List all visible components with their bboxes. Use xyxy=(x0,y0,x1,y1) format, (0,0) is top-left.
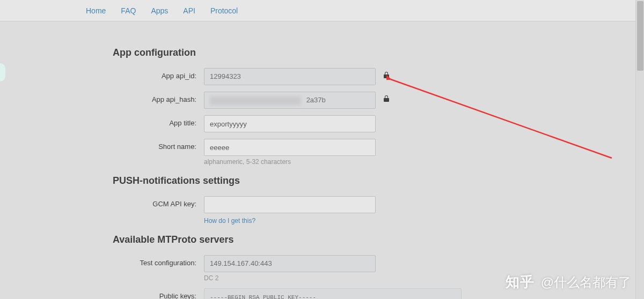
hint-short-name: alphanumeric, 5-32 characters xyxy=(204,158,376,166)
section-heading-mtproto: Available MTProto servers xyxy=(113,234,531,245)
watermark-text: @什么名都有了 xyxy=(541,274,631,291)
value-api-id: 12994323 xyxy=(204,68,376,85)
input-gcm-key[interactable] xyxy=(204,196,376,213)
navbar: Home FAQ Apps API Protocol xyxy=(0,0,644,21)
label-app-title: App title: xyxy=(113,115,204,127)
link-how-do-i-get-this[interactable]: How do I get this? xyxy=(204,217,255,225)
zhihu-logo: 知乎 xyxy=(506,273,535,291)
api-hash-suffix: 2a37b xyxy=(306,96,326,104)
side-tab[interactable] xyxy=(0,63,5,81)
input-short-name[interactable] xyxy=(204,139,376,156)
value-public-keys: -----BEGIN RSA PUBLIC KEY----- MIIBCgKCA… xyxy=(204,288,462,299)
nav-faq[interactable]: FAQ xyxy=(121,6,136,15)
lock-icon xyxy=(384,72,389,78)
watermark: 知乎 @什么名都有了 xyxy=(506,273,631,291)
row-api-id: App api_id: 12994323 xyxy=(113,68,531,85)
row-test-config: Test configuration: 149.154.167.40:443 D… xyxy=(113,255,531,282)
label-public-keys: Public keys: xyxy=(113,288,204,299)
row-public-keys: Public keys: -----BEGIN RSA PUBLIC KEY--… xyxy=(113,288,531,299)
section-heading-app-config: App configuration xyxy=(113,47,531,58)
nav-api[interactable]: API xyxy=(183,6,195,15)
label-test-config: Test configuration: xyxy=(113,255,204,267)
row-app-title: App title: xyxy=(113,115,531,132)
scrollbar[interactable] xyxy=(635,0,644,299)
scrollbar-thumb[interactable] xyxy=(637,1,643,71)
value-api-hash: 2a37b xyxy=(204,92,376,109)
main-content: App configuration App api_id: 12994323 A… xyxy=(113,21,531,299)
section-heading-push: PUSH-notifications settings xyxy=(113,175,531,186)
nav-protocol[interactable]: Protocol xyxy=(210,6,238,15)
lock-icon xyxy=(384,95,389,102)
row-short-name: Short name: alphanumeric, 5-32 character… xyxy=(113,139,531,166)
label-short-name: Short name: xyxy=(113,139,204,151)
row-gcm-key: GCM API key: How do I get this? xyxy=(113,196,531,225)
label-api-hash: App api_hash: xyxy=(113,92,204,103)
value-test-config: 149.154.167.40:443 xyxy=(204,255,376,272)
input-app-title[interactable] xyxy=(204,115,376,132)
label-api-id: App api_id: xyxy=(113,68,204,80)
label-gcm-key: GCM API key: xyxy=(113,196,204,208)
nav-home[interactable]: Home xyxy=(86,6,106,15)
hint-test-config: DC 2 xyxy=(204,274,376,282)
row-api-hash: App api_hash: 2a37b xyxy=(113,92,531,109)
api-hash-redacted xyxy=(210,96,301,105)
nav-apps[interactable]: Apps xyxy=(151,6,168,15)
